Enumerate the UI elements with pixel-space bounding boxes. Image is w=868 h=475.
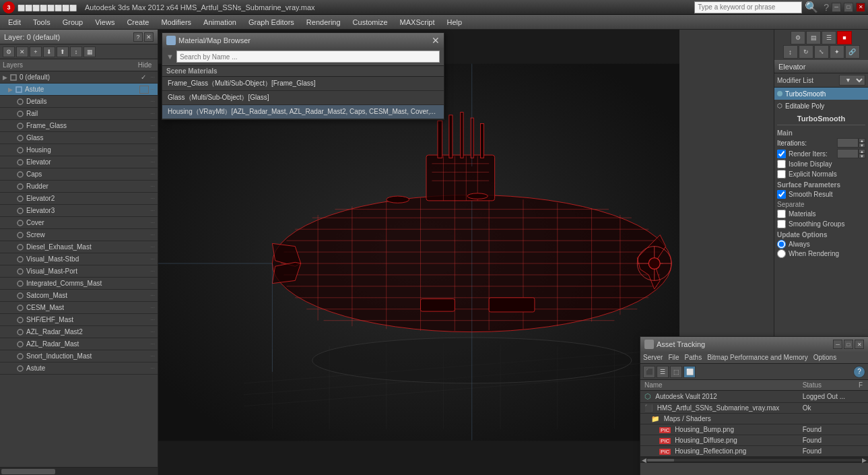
layer-item-housing[interactable]: Housing ··· <box>0 144 158 156</box>
menu-edit[interactable]: Edit <box>3 15 26 29</box>
asset-col-name[interactable]: Name <box>640 380 799 391</box>
modifier-icon-rotate[interactable]: ↻ <box>799 45 813 59</box>
layer-item-satcom[interactable]: Satcom_Mast ··· <box>0 290 158 302</box>
minimize-button[interactable]: ─ <box>832 3 841 12</box>
layer-item-0default[interactable]: ▶ 0 (default) ✓ ··· <box>0 71 158 84</box>
layer-item-caps[interactable]: Caps ··· <box>0 168 158 181</box>
asset-minimize-btn[interactable]: ─ <box>833 340 842 349</box>
layer-item-cesm[interactable]: CESM_Mast ··· <box>0 302 158 314</box>
asset-close-btn[interactable]: ✕ <box>855 340 864 349</box>
smooth-result-checkbox[interactable] <box>777 190 786 199</box>
render-iters-up[interactable]: ▲ <box>859 149 865 154</box>
asset-scroll-right[interactable]: ▶ <box>862 457 867 464</box>
isoline-checkbox[interactable] <box>777 160 786 168</box>
layer-item-astute[interactable]: ▶ Astute ··· <box>0 84 158 96</box>
mat-item-glass[interactable]: Glass（Multi/Sub-Object）[Glass] <box>162 91 444 105</box>
asset-tb-btn2[interactable]: ☰ <box>657 366 669 378</box>
asset-col-f[interactable]: F <box>855 380 868 391</box>
asset-menu-server[interactable]: Server <box>643 354 663 361</box>
iterations-down[interactable]: ▼ <box>859 143 865 148</box>
smoothing-groups-checkbox[interactable] <box>777 220 786 228</box>
render-iters-input[interactable]: 2 <box>837 149 859 158</box>
asset-scroll-track[interactable] <box>646 458 862 462</box>
modifier-icon-link[interactable]: 🔗 <box>845 45 860 59</box>
layers-help-button[interactable]: ? <box>133 32 143 42</box>
layer-item-azlmast2[interactable]: AZL_Radar_Mast2 ··· <box>0 326 158 338</box>
asset-tb-btn4[interactable]: ⬜ <box>683 366 696 378</box>
layer-toolbar-btn6[interactable]: ↕ <box>70 46 82 57</box>
layer-scrollbar[interactable] <box>0 467 158 475</box>
menu-create[interactable]: Create <box>121 15 154 29</box>
layer-astute-box[interactable] <box>139 86 149 94</box>
modifier-list-dropdown[interactable]: ▼ <box>839 75 865 86</box>
search-button[interactable]: 🔍 <box>805 1 818 13</box>
asset-tb-btn3[interactable]: ⬚ <box>670 366 682 378</box>
layer-item-astute2[interactable]: Astute ··· <box>0 362 158 375</box>
layer-item-rudder[interactable]: Rudder ··· <box>0 181 158 193</box>
layer-item-visual-port[interactable]: Visual_Mast-Port ··· <box>0 265 158 278</box>
layers-close-button[interactable]: ✕ <box>144 32 154 42</box>
layer-item-integrated-comms[interactable]: Integrated_Comms_Mast ··· <box>0 278 158 290</box>
menu-rendering[interactable]: Rendering <box>301 15 346 29</box>
layer-item-diesel[interactable]: Diesel_Exhaust_Mast ··· <box>0 241 158 253</box>
layer-item-frameglass[interactable]: Frame_Glass ··· <box>0 120 158 132</box>
material-browser-close[interactable]: ✕ <box>432 35 440 46</box>
menu-modifiers[interactable]: Modifiers <box>156 15 197 29</box>
layer-toolbar-btn2[interactable]: ✕ <box>16 46 28 57</box>
menu-customize[interactable]: Customize <box>347 15 393 29</box>
layer-item-elevator3[interactable]: Elevator3 ··· <box>0 205 158 217</box>
modifier-editablepoly[interactable]: ⬡ Editable Poly <box>774 100 868 112</box>
layer-item-glass[interactable]: Glass ··· <box>0 132 158 144</box>
layer-item-visual-stbd[interactable]: Visual_Mast-Stbd ··· <box>0 253 158 265</box>
render-iters-checkbox[interactable] <box>777 150 786 158</box>
asset-help-btn[interactable]: ? <box>853 366 865 378</box>
asset-col-status[interactable]: Status <box>799 380 855 391</box>
explicit-normals-checkbox[interactable] <box>777 170 786 179</box>
asset-row-housing-reflection[interactable]: PIC Housing_Reflection.png Found <box>640 446 868 457</box>
materials-checkbox[interactable] <box>777 210 786 218</box>
help-icon[interactable]: ? <box>824 2 829 13</box>
modifier-icon-btn4[interactable]: ■ <box>837 31 852 44</box>
asset-menu-file[interactable]: File <box>668 354 679 361</box>
render-iters-spinner[interactable]: 2 ▲ ▼ <box>837 149 865 158</box>
menu-views[interactable]: Views <box>90 15 120 29</box>
layer-item-elevator2[interactable]: Elevator2 ··· <box>0 193 158 205</box>
layer-toolbar-btn1[interactable]: ⚙ <box>3 46 15 57</box>
layer-toolbar-btn7[interactable]: ▦ <box>84 46 96 57</box>
asset-menu-options[interactable]: Options <box>813 354 836 361</box>
layer-item-rail[interactable]: Rail ··· <box>0 108 158 120</box>
menu-tools[interactable]: Tools <box>28 15 56 29</box>
asset-row-maxfile[interactable]: ⬛ HMS_Artful_SSNs_Submarine_vray.max Ok <box>640 403 868 414</box>
always-radio[interactable] <box>777 240 786 249</box>
layer-item-cover[interactable]: Cover ··· <box>0 217 158 229</box>
layer-toolbar-btn3[interactable]: + <box>30 46 42 57</box>
iterations-up[interactable]: ▲ <box>859 138 865 143</box>
menu-help[interactable]: Help <box>442 15 468 29</box>
asset-row-housing-bump[interactable]: PIC Housing_Bump.png Found <box>640 424 868 435</box>
layer-item-shfehf[interactable]: SHF/EHF_Mast ··· <box>0 314 158 326</box>
layer-item-azlmast[interactable]: AZL_Radar_Mast ··· <box>0 338 158 350</box>
menu-graph-editors[interactable]: Graph Editors <box>243 15 300 29</box>
render-iters-down[interactable]: ▼ <box>859 154 865 158</box>
menu-maxscript[interactable]: MAXScript <box>395 15 440 29</box>
layer-item-snort[interactable]: Snort_Induction_Mast ··· <box>0 350 158 362</box>
asset-row-housing-diffuse[interactable]: PIC Housing_Diffuse.png Found <box>640 435 868 446</box>
asset-scrollbar[interactable]: ◀ ▶ <box>640 457 868 462</box>
modifier-turbosmooth[interactable]: TurboSmooth <box>774 88 868 100</box>
modifier-icon-scale[interactable]: ⤡ <box>814 45 829 59</box>
asset-scroll-left[interactable]: ◀ <box>642 457 646 464</box>
iterations-spinner[interactable]: 0 ▲ ▼ <box>837 138 865 148</box>
search-input[interactable] <box>694 1 802 13</box>
modifier-icon-btn2[interactable]: ▤ <box>806 31 821 44</box>
layer-toolbar-btn4[interactable]: ⬇ <box>43 46 55 57</box>
asset-menu-paths[interactable]: Paths <box>685 354 702 361</box>
when-rendering-radio[interactable] <box>777 249 786 258</box>
asset-tb-btn1[interactable]: ⬛ <box>643 366 655 378</box>
asset-maximize-btn[interactable]: □ <box>844 340 853 349</box>
modifier-icon-btn1[interactable]: ⚙ <box>791 31 805 44</box>
menu-animation[interactable]: Animation <box>198 15 242 29</box>
mat-item-housing[interactable]: Housing（VRayMtl）[AZL_Radar_Mast, AZL_Rad… <box>162 105 444 119</box>
menu-group[interactable]: Group <box>57 15 89 29</box>
modifier-icon-move[interactable]: ↕ <box>783 45 798 59</box>
asset-menu-bitmap[interactable]: Bitmap Performance and Memory <box>707 354 808 361</box>
